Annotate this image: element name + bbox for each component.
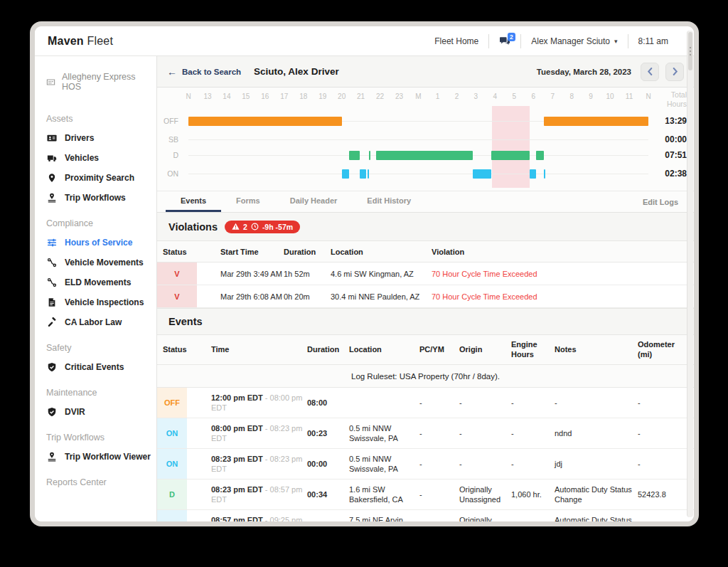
shield-check-icon [46, 407, 58, 417]
sidebar-item-label: Trip Workflow Viewer [65, 452, 151, 462]
event-duration: 00:00 [307, 449, 349, 479]
x-axis-tick: 2 [455, 92, 459, 100]
duty-status-bar [544, 169, 545, 179]
sidebar-item-dvir[interactable]: DVIR [46, 402, 151, 422]
back-to-search-link[interactable]: ← Back to Search [167, 67, 241, 77]
duty-status-bar [368, 169, 370, 179]
sidebar-item-eld-movements[interactable]: ELD Movements [46, 272, 151, 292]
tab-edit-history[interactable]: Edit History [352, 191, 426, 212]
events-heading: Events [168, 316, 203, 327]
violation-row[interactable]: VMar 29th 6:08 AM0h 20m30.4 mi NNE Pauld… [157, 285, 694, 308]
warning-triangle-icon [232, 223, 240, 230]
org-selector[interactable]: Allegheny Express HOS [46, 68, 151, 103]
event-status-badge: ON [157, 418, 187, 448]
event-status-badge: D [157, 479, 187, 509]
violation-location: 4.6 mi SW Kingman, AZ [331, 263, 432, 285]
scrollbar[interactable] [687, 31, 693, 517]
sidebar-item-label: Vehicle Inspections [65, 297, 144, 307]
duty-status-bar [544, 117, 648, 126]
hos-row-labels: OFFSBDON [157, 106, 184, 188]
fleet-home-link[interactable]: Fleet Home [424, 36, 488, 46]
x-axis-tick: 16 [261, 92, 269, 100]
previous-day-button[interactable] [641, 63, 659, 81]
event-engine-hours: - [511, 388, 555, 418]
column-header-odometer-mi: Odometer (mi) [638, 340, 694, 360]
x-axis-tick: 11 [626, 92, 633, 100]
route-icon [46, 258, 58, 267]
x-axis-tick: 7 [550, 92, 555, 100]
event-location: 7.5 mi NE Arvin, CA [349, 510, 419, 521]
notifications-button[interactable]: 2 [489, 36, 520, 46]
tab-edit-logs[interactable]: Edit Logs [643, 191, 684, 212]
event-row[interactable]: D08:23 pm EDT - 08:57 pm EDT00:341.6 mi … [157, 479, 694, 510]
violation-location: 30.4 mi NNE Paulden, AZ [331, 285, 432, 307]
event-time: 08:57 pm EDT - 09:25 pm EDT [187, 510, 307, 521]
sidebar-item-vehicles[interactable]: Vehicles [46, 148, 151, 168]
next-day-button[interactable] [665, 63, 684, 81]
sidebar-item-hours-of-service[interactable]: Hours of Service [46, 233, 151, 253]
event-pcym: - [419, 418, 459, 448]
event-row[interactable]: ON08:57 pm EDT - 09:25 pm EDT00:287.5 mi… [157, 510, 694, 521]
violations-body: VMar 29th 3:49 AM1h 52m4.6 mi SW Kingman… [157, 263, 694, 308]
violation-row[interactable]: VMar 29th 3:49 AM1h 52m4.6 mi SW Kingman… [157, 263, 694, 285]
log-ruleset-note: Log Ruleset: USA Property (70hr / 8day). [157, 365, 694, 388]
sidebar-item-drivers[interactable]: Drivers [46, 128, 151, 148]
sidebar-section-title: Assets [46, 103, 151, 128]
duty-status-bar [491, 151, 530, 160]
x-axis-tick: 18 [299, 92, 307, 100]
x-axis-tick: 9 [589, 92, 593, 100]
x-axis-tick: 23 [395, 92, 403, 100]
violation-type: 70 Hour Cycle Time Exceeded [432, 263, 694, 285]
sidebar-item-trip-workflows[interactable]: Trip Workflows [46, 188, 151, 208]
event-status-badge: OFF [157, 388, 187, 418]
tab-daily-header[interactable]: Daily Header [275, 191, 353, 212]
event-row[interactable]: ON08:00 pm EDT - 08:23 pm EDT00:230.5 mi… [157, 418, 694, 449]
violation-band [492, 106, 530, 188]
user-menu[interactable]: Alex Manager Sciuto ▾ [521, 36, 627, 46]
x-axis-tick: 5 [513, 92, 517, 100]
scrollbar-thumb[interactable] [688, 32, 692, 70]
sidebar-item-proximity-search[interactable]: Proximity Search [46, 168, 151, 188]
duty-status-bar [536, 151, 544, 160]
event-odometer: - [638, 418, 694, 448]
tab-bar: EventsFormsDaily HeaderEdit History Edit… [157, 191, 694, 213]
event-pcym: - [419, 479, 459, 509]
violations-section-header: Violations 2 -9h -57m [157, 213, 694, 241]
event-odometer: 52443.1 [638, 510, 694, 521]
org-label: Allegheny Express HOS [62, 72, 151, 92]
user-name: Alex Manager Sciuto [531, 36, 610, 46]
event-engine-hours: - [511, 449, 555, 479]
duty-status-bar [349, 151, 360, 160]
x-axis-tick: 1 [436, 92, 440, 100]
hos-plot: N1314151617181920212223M1234567891011N [188, 106, 648, 188]
event-engine-hours: - [511, 418, 555, 448]
sidebar-item-vehicle-movements[interactable]: Vehicle Movements [46, 253, 151, 272]
event-notes: - [555, 388, 638, 418]
violations-heading: Violations [168, 221, 218, 233]
brand-light: Fleet [87, 35, 113, 47]
event-origin: Originally Unassigned [459, 510, 511, 521]
event-engine-hours: 1,060 hr. [511, 479, 555, 509]
tab-forms[interactable]: Forms [221, 191, 275, 212]
sidebar-item-trip-workflow-viewer[interactable]: Trip Workflow Viewer [46, 447, 151, 467]
sidebar-item-vehicle-inspections[interactable]: Vehicle Inspections [46, 292, 151, 312]
x-axis-tick: 17 [280, 92, 288, 100]
sidebar-item-ca-labor-law[interactable]: CA Labor Law [46, 312, 151, 332]
event-origin: - [459, 449, 511, 479]
event-location: 0.5 mi NNW Swissvale, PA [349, 449, 419, 479]
column-header-origin: Origin [459, 345, 511, 355]
event-odometer: 52423.8 [638, 479, 694, 509]
building-icon [46, 78, 55, 87]
chevron-right-icon [672, 68, 678, 75]
event-row[interactable]: OFF12:00 pm EDT - 08:00 pm EDT08:00----- [157, 388, 694, 418]
duty-status-bar [360, 169, 366, 179]
event-status-badge: ON [157, 510, 187, 521]
event-row[interactable]: ON08:23 pm EDT - 08:23 pm EDT00:000.5 mi… [157, 449, 694, 479]
event-notes: ndnd [555, 418, 638, 448]
tab-events[interactable]: Events [166, 191, 221, 212]
document-icon [46, 297, 58, 307]
sidebar-item-critical-events[interactable]: Critical Events [46, 357, 151, 377]
x-axis-tick: 6 [531, 92, 535, 100]
violation-type: 70 Hour Cycle Time Exceeded [432, 285, 694, 307]
sidebar-sections: AssetsDriversVehiclesProximity SearchTri… [46, 103, 151, 492]
